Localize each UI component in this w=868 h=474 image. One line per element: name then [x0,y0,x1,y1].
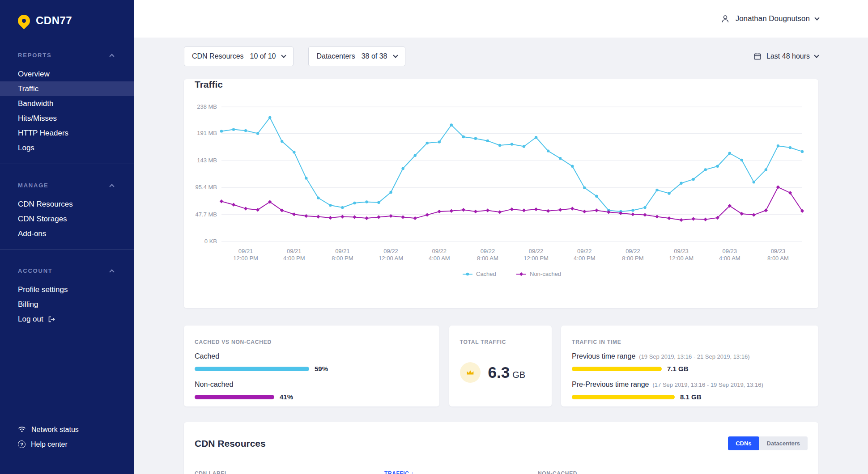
total-traffic-unit: GB [512,370,525,380]
traffic-line-chart: 0 KB47.7 MB95.4 MB143 MB191 MB238 MB09/2… [189,92,809,284]
reports-section-label: REPORTS [18,52,51,59]
datacenters-toggle-button[interactable]: Datacenters [759,436,808,450]
traffic-in-time-title: TRAFFIC IN TIME [572,339,808,345]
svg-text:09/21: 09/21 [335,248,350,254]
svg-text:12:00 AM: 12:00 AM [379,255,403,262]
total-traffic-card: TOTAL TRAFFIC 6.3 GB [449,326,552,406]
map-pin-icon [15,12,32,29]
column-non-cached[interactable]: NON-CACHED [538,470,577,474]
noncached-bar [195,395,274,399]
total-traffic-title: TOTAL TRAFFIC [460,339,541,345]
datacenters-filter-label: Datacenters [316,52,355,60]
cdn77-logo[interactable]: CDN77 [0,0,134,27]
sidebar-item-traffic[interactable]: Traffic [0,81,134,96]
network-status-label: Network status [31,426,79,434]
sidebar-item-logs[interactable]: Logs [0,140,134,155]
datacenters-filter[interactable]: Datacenters 38 of 38 [308,47,405,66]
sidebar: CDN77 REPORTS Overview Traffic Bandwidth… [0,0,134,474]
column-traffic-label: TRAFFIC [384,470,409,474]
svg-text:8:00 PM: 8:00 PM [332,255,353,262]
cached-vs-noncached-card: CACHED VS NON-CACHED Cached 59% Non-cach… [184,326,439,406]
sidebar-item-bandwidth[interactable]: Bandwidth [0,96,134,111]
sidebar-item-http-headers[interactable]: HTTP Headers [0,126,134,140]
user-icon [720,14,730,24]
table-header-row: CDN LABEL TRAFFIC ↓ NON-CACHED [195,470,808,474]
svg-text:09/22: 09/22 [432,248,447,254]
cdn-datacenter-toggle: CDNs Datacenters [728,436,808,450]
sidebar-item-cdn-resources[interactable]: CDN Resources [0,197,134,212]
cached-percent: 59% [315,365,328,372]
chevron-up-icon [109,184,114,189]
svg-text:09/22: 09/22 [625,248,640,254]
svg-text:4:00 AM: 4:00 AM [429,255,450,262]
svg-text:09/21: 09/21 [238,248,253,254]
traffic-chart-card: Traffic 0 KB47.7 MB95.4 MB143 MB191 MB23… [184,79,818,308]
filter-row: CDN Resources 10 of 10 Datacenters 38 of… [184,47,818,66]
cdn-resources-filter[interactable]: CDN Resources 10 of 10 [184,47,294,66]
cdn-resources-filter-label: CDN Resources [192,52,244,60]
cdn-resources-card: CDN Resources CDNs Datacenters CDN LABEL… [184,422,818,474]
previous-range-bar [572,367,662,371]
svg-text:09/23: 09/23 [771,248,786,254]
svg-text:191 MB: 191 MB [197,130,217,136]
sidebar-item-add-ons[interactable]: Add-ons [0,226,134,241]
previous-range-label: Previous time range [572,352,635,360]
svg-text:47.7 MB: 47.7 MB [196,211,217,218]
previous-range-bar-row: 7.1 GB [572,365,808,372]
previous-range-value: 7.1 GB [667,365,689,372]
logout-icon [48,316,55,323]
chevron-up-icon [109,269,114,274]
cached-bar [195,367,309,371]
noncached-bar-row: 41% [195,393,429,401]
nav-section-manage: MANAGE CDN Resources CDN Storages Add-on… [0,164,134,241]
time-range-selector[interactable]: Last 48 hours [753,52,818,60]
crown-icon [460,362,481,383]
svg-text:8:00 PM: 8:00 PM [622,255,643,262]
column-cdn-label[interactable]: CDN LABEL [195,470,384,474]
preprevious-range-label-row: Pre-Previous time range (17 Sep 2019, 13… [572,381,808,389]
svg-text:4:00 AM: 4:00 AM [719,255,740,262]
svg-text:8:00 AM: 8:00 AM [477,255,498,262]
sidebar-item-hits-misses[interactable]: Hits/Misses [0,111,134,126]
chart-title: Traffic [195,79,818,90]
help-center-label: Help center [31,440,68,449]
nav-section-reports: REPORTS Overview Traffic Bandwidth Hits/… [0,52,134,155]
previous-range-dates: (19 Sep 2019, 13:16 - 21 Sep 2019, 13:16… [639,353,749,360]
sidebar-item-profile-settings[interactable]: Profile settings [0,282,134,297]
chevron-down-icon [814,53,819,58]
svg-text:12:00 PM: 12:00 PM [233,255,258,262]
preprevious-range-dates: (17 Sep 2019, 13:16 - 19 Sep 2019, 13:16… [653,381,763,388]
cached-label: Cached [195,352,429,360]
reports-section-header[interactable]: REPORTS [0,52,134,59]
svg-text:09/23: 09/23 [723,248,737,254]
svg-text:238 MB: 238 MB [197,103,217,110]
user-menu[interactable]: Jonathan Dougnutson [720,14,819,24]
svg-text:09/21: 09/21 [287,248,302,254]
preprevious-range-value: 8.1 GB [680,393,702,401]
sidebar-item-cdn-storages[interactable]: CDN Storages [0,212,134,226]
account-section-header[interactable]: ACCOUNT [0,267,134,274]
previous-range-label-row: Previous time range (19 Sep 2019, 13:16 … [572,352,808,360]
cdns-toggle-button[interactable]: CDNs [728,436,759,450]
app-root: CDN77 REPORTS Overview Traffic Bandwidth… [0,0,868,474]
cdn-resources-title: CDN Resources [195,438,266,449]
sidebar-item-log-out[interactable]: Log out [0,312,134,326]
manage-nav-list: CDN Resources CDN Storages Add-ons [0,197,134,241]
cdn-resources-header: CDN Resources CDNs Datacenters [195,436,808,450]
content: CDN Resources 10 of 10 Datacenters 38 of… [134,38,868,474]
sidebar-item-overview[interactable]: Overview [0,67,134,81]
manage-section-header[interactable]: MANAGE [0,182,134,189]
svg-text:4:00 PM: 4:00 PM [574,255,595,262]
total-traffic-value-group: 6.3 GB [488,364,526,381]
sidebar-item-billing[interactable]: Billing [0,297,134,312]
time-range-label: Last 48 hours [766,52,810,60]
account-section-label: ACCOUNT [18,267,53,274]
sort-desc-icon: ↓ [411,470,414,474]
account-nav-list: Profile settings Billing Log out [0,282,134,326]
topbar: Jonathan Dougnutson [134,0,868,38]
column-traffic[interactable]: TRAFFIC ↓ [384,470,538,474]
preprevious-range-bar [572,395,675,399]
svg-text:12:00 PM: 12:00 PM [523,255,549,262]
network-status-link[interactable]: Network status [0,422,134,437]
help-center-link[interactable]: ? Help center [0,437,134,452]
